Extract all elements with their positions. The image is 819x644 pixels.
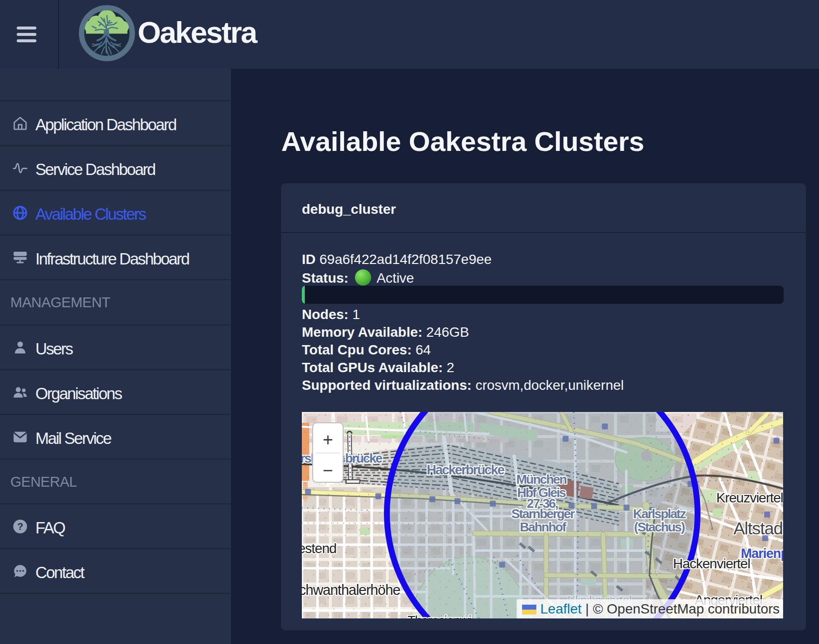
svg-text:Bahnhof: Bahnhof [520, 520, 567, 534]
svg-text:Kreuzviertel: Kreuzviertel [716, 490, 783, 505]
svg-text:Theresienwi: Theresienwi [408, 613, 471, 618]
svg-text:Hackenviertel: Hackenviertel [673, 556, 750, 571]
svg-text:Karlsplatz: Karlsplatz [633, 506, 686, 521]
svg-text:brücke: brücke [345, 451, 382, 466]
svg-text:München: München [516, 472, 566, 487]
svg-text:estend: estend [302, 541, 336, 556]
svg-text:Starnberger: Starnberger [511, 506, 575, 521]
svg-text:?: ? [17, 521, 23, 532]
svg-text:Hackerbrücke: Hackerbrücke [427, 463, 505, 477]
svg-text:(Stachus): (Stachus) [634, 520, 685, 534]
svg-text:chwanthalerhöhe: chwanthalerhöhe [302, 582, 400, 598]
svg-text:Altstadt: Altstadt [733, 519, 783, 538]
